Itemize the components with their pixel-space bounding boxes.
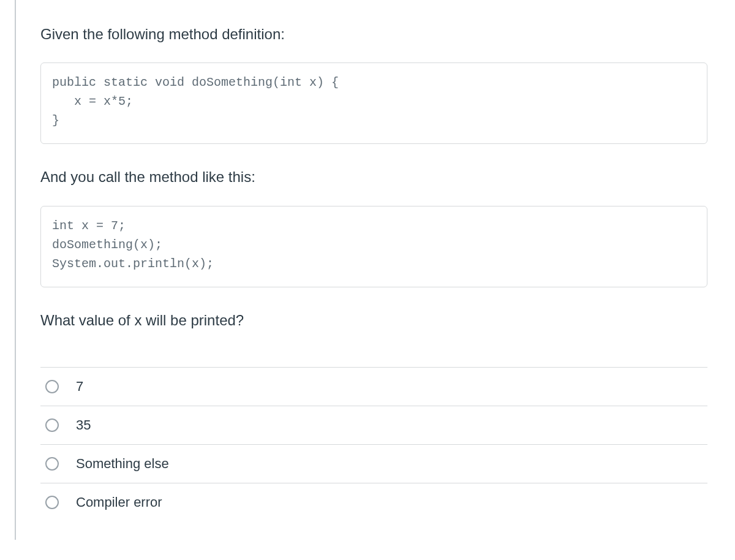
answer-option-1[interactable]: 35: [40, 406, 707, 445]
answer-list: 7 35 Something else Compiler error: [40, 367, 707, 521]
radio-icon: [45, 496, 59, 509]
radio-icon: [45, 457, 59, 471]
question-container: Given the following method definition: p…: [15, 0, 735, 540]
code-text-2: int x = 7; doSomething(x); System.out.pr…: [52, 216, 696, 273]
answer-label: 7: [76, 379, 83, 395]
answer-option-0[interactable]: 7: [40, 367, 707, 406]
question-intro-1: Given the following method definition:: [40, 25, 707, 44]
answer-option-2[interactable]: Something else: [40, 445, 707, 483]
answer-option-3[interactable]: Compiler error: [40, 483, 707, 521]
code-text-1: public static void doSomething(int x) { …: [52, 73, 696, 130]
code-block-1: public static void doSomething(int x) { …: [40, 62, 707, 144]
radio-icon: [45, 380, 59, 393]
question-prompt: What value of x will be printed?: [40, 311, 707, 330]
question-intro-2: And you call the method like this:: [40, 167, 707, 187]
answer-label: Compiler error: [76, 494, 162, 510]
radio-icon: [45, 418, 59, 432]
answer-label: Something else: [76, 456, 169, 472]
answer-label: 35: [76, 417, 91, 433]
code-block-2: int x = 7; doSomething(x); System.out.pr…: [40, 206, 707, 287]
